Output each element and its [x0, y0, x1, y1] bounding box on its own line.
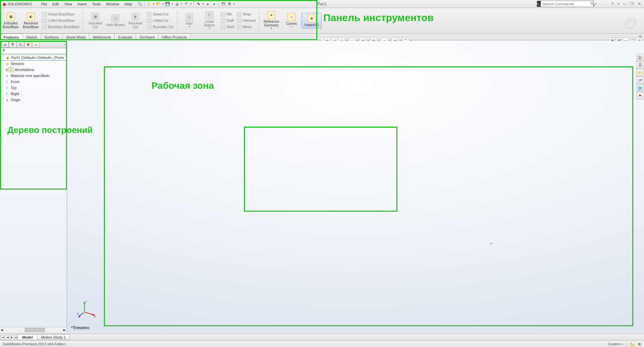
qat-print-dropdown[interactable]: ▾ — [180, 2, 183, 5]
shell-button[interactable]: Shell — [219, 24, 236, 30]
instant3d-button[interactable]: ✥ Instant3D — [302, 13, 322, 28]
qat-open-dropdown[interactable]: ▾ — [162, 2, 164, 5]
close-button[interactable]: ✕ — [637, 1, 642, 6]
search-input[interactable] — [541, 2, 590, 6]
tab-model[interactable]: Model — [18, 334, 37, 340]
tree-item-top[interactable]: ◊ Top — [0, 85, 67, 91]
tree-item-right[interactable]: ◊ Right — [0, 91, 67, 97]
tree-horizontal-scrollbar[interactable]: ◀ ▶ — [0, 327, 66, 332]
lofted-boss-button[interactable]: Lofted Boss/Base — [41, 18, 81, 24]
qat-new-dropdown[interactable]: ▾ — [152, 2, 155, 5]
tree-item-material[interactable]: ≡ Material <not specified> — [0, 73, 67, 79]
reference-geometry-button[interactable]: ✦ Reference Geometry ▾ — [261, 10, 281, 31]
qat-undo-icon[interactable]: ↶ — [183, 1, 189, 7]
tree-item-origin[interactable]: ↳ Origin — [0, 97, 67, 103]
qat-open-icon[interactable]: 📂 — [155, 1, 161, 7]
taskpane-custom-icon[interactable]: ⚑ — [637, 92, 643, 99]
swept-boss-button[interactable]: Swept Boss/Base — [41, 11, 81, 17]
orientation-triad-icon[interactable]: Y X Z — [77, 299, 97, 319]
tree-item-sensors[interactable]: ◎ Sensors — [0, 61, 67, 67]
qat-select-dropdown[interactable]: ▾ — [202, 2, 204, 5]
taskpane-explorer-icon[interactable]: 📁 — [637, 69, 643, 76]
tab-office-products[interactable]: Office Products — [158, 33, 191, 40]
qat-select-icon[interactable]: ⬉ — [195, 1, 201, 7]
qat-save-dropdown[interactable]: ▾ — [171, 2, 174, 5]
menu-tools[interactable]: Tools — [89, 1, 104, 7]
tree-tabs-expand-icon[interactable]: » — [63, 43, 65, 46]
tab-dimxpert[interactable]: DimXpert — [136, 33, 158, 40]
tab-next-icon[interactable]: ▶ — [9, 335, 14, 340]
extruded-cut-button[interactable]: ▦ Extruded Cut — [85, 11, 105, 30]
minimize-button[interactable]: — — [622, 1, 627, 6]
tab-sketch[interactable]: Sketch — [22, 33, 41, 40]
curves-button[interactable]: ∿ Curves ▾ — [281, 12, 302, 30]
scroll-left-icon[interactable]: ◀ — [1, 328, 3, 332]
rib-button[interactable]: Rib — [219, 11, 236, 17]
hole-wizard-button[interactable]: ◯ Hole Wizard — [105, 13, 125, 28]
search-icon[interactable]: 🔍 — [590, 2, 595, 6]
swept-cut-button[interactable]: Swept Cut — [145, 11, 175, 17]
tree-expand-icon[interactable]: ⊞ — [5, 68, 9, 72]
scroll-thumb[interactable] — [25, 328, 45, 332]
revolved-cut-button[interactable]: ◐ Revolved Cut — [125, 11, 145, 30]
wrap-button[interactable]: Wrap — [236, 11, 257, 17]
menu-help[interactable]: Help — [122, 1, 135, 7]
tree-tab-dimxpert-icon[interactable]: ◆ — [24, 42, 32, 48]
scroll-right-icon[interactable]: ▶ — [63, 328, 66, 332]
fillet-button[interactable]: ◶ Fillet ▾ — [179, 12, 199, 30]
status-stoplight-icon[interactable]: ◉ — [638, 342, 641, 346]
menu-insert[interactable]: Insert — [75, 1, 89, 7]
qat-new-icon[interactable]: 🗋 — [146, 1, 152, 7]
mirror-button[interactable]: Mirror — [236, 24, 257, 30]
qat-rebuild-icon[interactable]: ● — [205, 1, 211, 7]
boundary-cut-button[interactable]: Boundary Cut — [145, 24, 175, 30]
menu-edit[interactable]: Edit — [50, 1, 62, 7]
qat-settings-icon[interactable]: ⚙ — [227, 1, 233, 7]
help-button[interactable]: ? — [610, 1, 615, 6]
qat-undo-dropdown[interactable]: ▾ — [190, 2, 192, 5]
status-custom[interactable]: Custom ▴ — [608, 342, 623, 346]
tab-motion[interactable]: Motion Study 1 — [37, 334, 70, 340]
qat-settings-dropdown[interactable]: ▾ — [233, 2, 236, 5]
taskpane-appearance-icon[interactable]: 🌐 — [637, 84, 643, 92]
tab-weldments[interactable]: Weldments — [89, 33, 115, 40]
intersect-button[interactable]: Intersect — [236, 18, 257, 24]
qat-print-icon[interactable]: 🖨 — [174, 1, 180, 7]
draft-button[interactable]: Draft — [219, 18, 236, 24]
restore-button[interactable]: ❐ — [629, 1, 635, 6]
tab-first-icon[interactable]: ⏮ — [1, 335, 5, 340]
tree-tab-config-icon[interactable]: 🗀 — [17, 42, 24, 48]
lofted-cut-button[interactable]: Lofted Cut — [145, 18, 175, 24]
bottom-tab-nav[interactable]: ⏮ ◀ ▶ ⏭ — [1, 335, 18, 340]
tab-prev-icon[interactable]: ◀ — [5, 335, 10, 340]
tab-surfaces[interactable]: Surfaces — [41, 33, 63, 40]
tree-tab-display-icon[interactable]: ● — [32, 42, 40, 48]
boundary-boss-button[interactable]: Boundary Boss/Base — [41, 24, 81, 30]
tree-tab-property-icon[interactable]: ⚙ — [9, 42, 16, 48]
revolved-boss-button[interactable]: ◐ Revolved Boss/Base — [21, 11, 41, 30]
linear-pattern-button[interactable]: ⠿ Linear Pattern ▾ — [199, 10, 219, 31]
menu-view[interactable]: View — [61, 1, 75, 7]
tab-evaluate[interactable]: Evaluate — [114, 33, 136, 40]
tree-item-annotations[interactable]: ⊞ A Annotations — [0, 67, 67, 73]
menu-file[interactable]: File — [39, 1, 50, 7]
tree-tab-feature-icon[interactable]: 🗂 — [1, 42, 9, 48]
extruded-boss-button[interactable]: ▦ Extruded Boss/Base — [1, 11, 21, 30]
taskpane-resources-icon[interactable]: 🏠 — [637, 54, 643, 61]
tree-item-front[interactable]: ◊ Front — [0, 79, 67, 85]
qat-options-icon[interactable]: 🗔 — [220, 1, 226, 7]
graphics-area[interactable]: Y X Z *Trimetric — [67, 41, 644, 332]
tab-sheet-metal[interactable]: Sheet Metal — [62, 33, 89, 40]
help-dropdown[interactable]: ▾ — [617, 1, 620, 6]
search-commands-box[interactable]: >_ 🔍 ▾ — [537, 1, 594, 7]
taskpane-viewpal-icon[interactable]: 🗗 — [637, 77, 643, 84]
qat-save-icon[interactable]: 💾 — [165, 1, 171, 7]
qat-search-help-icon[interactable]: 🔍 — [137, 1, 143, 7]
search-dropdown[interactable]: ▾ — [595, 2, 596, 5]
tree-root[interactable]: ◆ Part1 (Default<<Default>_Photo — [0, 55, 67, 61]
status-units-icon[interactable]: 📐 — [630, 342, 635, 346]
tree-filter-icon[interactable]: ▼ — [0, 48, 67, 54]
tab-features[interactable]: Features — [0, 33, 23, 40]
menu-window[interactable]: Window — [103, 1, 122, 7]
taskpane-library-icon[interactable]: 🗄 — [637, 61, 643, 69]
